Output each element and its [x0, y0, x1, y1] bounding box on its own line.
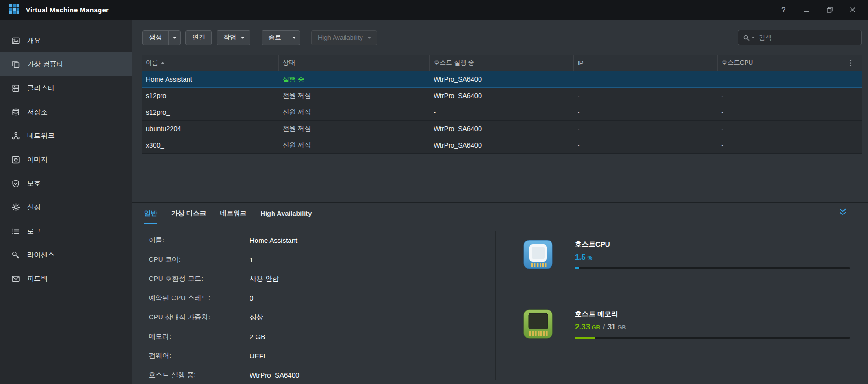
cell-name: ubuntu2204	[142, 125, 279, 132]
host-cpu-gauge: 호스트CPU 1.5 %	[522, 238, 850, 271]
sidebar-item-settings[interactable]: 설정	[0, 195, 132, 219]
column-header-hostcpu[interactable]: 호스트CPU	[718, 55, 840, 71]
host-cpu-value: 1.5 %	[575, 253, 850, 262]
network-icon	[11, 131, 20, 140]
search-input[interactable]	[759, 34, 857, 41]
close-icon[interactable]	[848, 5, 857, 15]
host-memory-value: 2.33 GB / 31 GB	[575, 323, 850, 332]
details-panel: 일반 가상 디스크 네트워크 High Availability 이름: Hom…	[132, 202, 868, 384]
field-value: 1	[250, 256, 253, 263]
field-label: 메모리:	[149, 332, 250, 341]
action-button[interactable]: 작업	[217, 30, 250, 45]
sidebar-item-overview[interactable]: 개요	[0, 28, 132, 52]
column-settings-button[interactable]	[840, 55, 862, 71]
create-button[interactable]: 생성	[142, 30, 181, 45]
sidebar-item-storage[interactable]: 저장소	[0, 100, 132, 124]
general-fields: 이름: Home Assistant CPU 코어: 1 CPU 호환성 모드:…	[144, 229, 495, 380]
field-row: 펌웨어: UEFI	[149, 346, 495, 365]
sort-asc-icon	[161, 62, 165, 64]
sidebar-item-cluster[interactable]: 클러스터	[0, 76, 132, 100]
column-header-host[interactable]: 호스트 실행 중	[430, 55, 574, 71]
feedback-icon	[11, 274, 20, 283]
sidebar-item-license[interactable]: 라이센스	[0, 243, 132, 267]
search-scope-caret-icon[interactable]	[752, 37, 755, 38]
field-row: CPU 호환성 모드: 사용 안함	[149, 269, 495, 288]
shutdown-button[interactable]: 종료	[262, 30, 300, 45]
tab-general[interactable]: 일반	[144, 203, 157, 224]
field-row: 메모리: 2 GB	[149, 327, 495, 346]
host-cpu-bar-fill	[575, 267, 579, 269]
sidebar-item-protection[interactable]: 보호	[0, 171, 132, 195]
table-row[interactable]: x300_ 전원 꺼짐 WtrPro_SA6400 - -	[142, 137, 862, 154]
cell-name: s12pro_	[142, 92, 279, 99]
cell-cpu: -	[718, 92, 840, 99]
search-icon	[743, 34, 750, 41]
titlebar: Virtual Machine Manager ?	[0, 0, 868, 20]
tab-high-availability[interactable]: High Availability	[261, 203, 312, 224]
host-cpu-title: 호스트CPU	[575, 240, 850, 249]
column-header-ip[interactable]: IP	[574, 55, 718, 71]
cell-status: 전원 꺼짐	[279, 141, 430, 149]
field-value: 사용 안함	[250, 274, 279, 283]
image-icon	[11, 155, 20, 164]
maximize-icon[interactable]	[825, 5, 834, 15]
field-value: UEFI	[250, 352, 265, 360]
sidebar-item-virtual-machine[interactable]: 가상 컴퓨터	[0, 52, 132, 76]
sidebar-item-label: 피드백	[27, 274, 48, 283]
shutdown-button-label: 종료	[262, 31, 288, 45]
cpu-chip-icon	[522, 238, 555, 271]
table-row[interactable]: Home Assistant 실행 중 WtrPro_SA6400	[142, 71, 862, 88]
collapse-details-button[interactable]	[839, 208, 847, 218]
connect-button[interactable]: 연결	[185, 30, 212, 45]
table-row[interactable]: s12pro_ 전원 꺼짐 - - -	[142, 104, 862, 121]
field-label: 펌웨어:	[149, 351, 250, 360]
license-icon	[11, 250, 20, 259]
cell-status: 전원 꺼짐	[279, 108, 430, 116]
field-row: CPU 코어: 1	[149, 250, 495, 269]
cell-status: 실행 중	[279, 75, 430, 84]
chevron-down-icon	[367, 37, 371, 39]
cell-ip: -	[574, 142, 718, 149]
cell-cpu: -	[718, 142, 840, 149]
cell-status: 전원 꺼짐	[279, 124, 430, 133]
cell-status: 전원 꺼짐	[279, 91, 430, 100]
sidebar-item-label: 가상 컴퓨터	[27, 60, 63, 69]
sidebar-item-label: 보호	[27, 179, 41, 188]
tab-network[interactable]: 네트워크	[220, 203, 247, 224]
sidebar-item-image[interactable]: 이미지	[0, 148, 132, 171]
table-body: Home Assistant 실행 중 WtrPro_SA6400 s12pro…	[142, 71, 862, 154]
table-row[interactable]: ubuntu2204 전원 꺼짐 WtrPro_SA6400 - -	[142, 121, 862, 137]
cell-host: WtrPro_SA6400	[430, 92, 574, 99]
connect-button-label: 연결	[186, 31, 211, 45]
host-gauges: 호스트CPU 1.5 %	[496, 229, 850, 380]
tab-virtual-disk[interactable]: 가상 디스크	[171, 203, 206, 224]
window-controls: ?	[779, 5, 857, 15]
help-icon[interactable]: ?	[779, 5, 788, 15]
field-label: 호스트 실행 중:	[149, 371, 250, 379]
host-memory-gauge: 호스트 메모리 2.33 GB / 31 GB	[522, 307, 850, 340]
create-dropdown[interactable]	[168, 31, 180, 45]
column-header-name[interactable]: 이름	[142, 55, 279, 71]
sidebar-item-feedback[interactable]: 피드백	[0, 267, 132, 291]
cell-name: s12pro_	[142, 109, 279, 116]
field-label: 예약된 CPU 스레드:	[149, 294, 250, 302]
main-panel: 생성 연결 작업 종료 High Availability	[132, 20, 868, 384]
sidebar-item-network[interactable]: 네트워크	[0, 124, 132, 148]
vm-table: 이름 상태 호스트 실행 중 IP 호스트CPU Home Assistant …	[142, 55, 862, 154]
table-header: 이름 상태 호스트 실행 중 IP 호스트CPU	[142, 55, 862, 71]
cell-host: -	[430, 109, 574, 116]
app-logo-icon	[8, 3, 20, 16]
minimize-icon[interactable]	[802, 5, 811, 15]
cluster-icon	[11, 83, 20, 93]
column-header-status[interactable]: 상태	[279, 55, 430, 71]
memory-chip-icon	[522, 307, 555, 340]
sidebar-item-label: 라이센스	[27, 251, 55, 259]
storage-icon	[11, 107, 20, 116]
table-row[interactable]: s12pro_ 전원 꺼짐 WtrPro_SA6400 - -	[142, 88, 862, 104]
sidebar-item-label: 설정	[27, 203, 41, 212]
host-memory-bar-fill	[575, 337, 595, 339]
sidebar-item-log[interactable]: 로그	[0, 219, 132, 243]
search-box[interactable]	[738, 30, 862, 45]
field-label: CPU 코어:	[149, 255, 250, 264]
shutdown-dropdown[interactable]	[288, 31, 300, 45]
